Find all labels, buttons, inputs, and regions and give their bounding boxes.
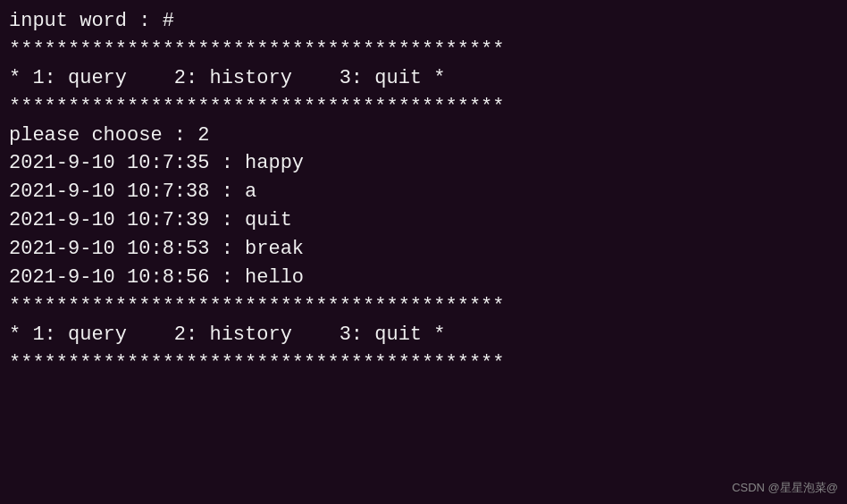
- terminal-line: 2021-9-10 10:7:38 : a: [9, 178, 838, 206]
- terminal-line: input word : #: [9, 7, 838, 36]
- terminal-line: 2021-9-10 10:8:53 : break: [9, 235, 838, 264]
- terminal-line: 2021-9-10 10:7:39 : quit: [9, 206, 838, 235]
- terminal-line: please choose : 2: [9, 122, 838, 150]
- terminal-line: ****************************************…: [9, 292, 838, 321]
- watermark-label: CSDN @星星泡菜@: [732, 480, 838, 497]
- terminal-line: * 1: query 2: history 3: quit *: [9, 64, 838, 93]
- terminal-line: 2021-9-10 10:8:56 : hello: [9, 264, 838, 292]
- terminal-line: ****************************************…: [9, 93, 838, 122]
- terminal-line: ****************************************…: [9, 36, 838, 64]
- terminal-line: 2021-9-10 10:7:35 : happy: [9, 149, 838, 178]
- terminal-line: ****************************************…: [9, 349, 838, 378]
- terminal-line: * 1: query 2: history 3: quit *: [9, 321, 838, 349]
- terminal-container: input word : #**************************…: [9, 7, 838, 378]
